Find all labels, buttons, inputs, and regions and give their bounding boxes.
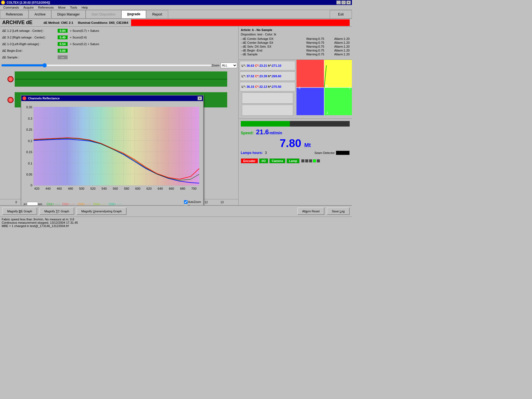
tab-report[interactable]: Report [146,10,168,18]
speed-display: Speed: 21.6 mt/min 7.80 Mt Lamps hours: … [239,119,352,157]
item-alarm-5: Allarm:1.20 [334,53,350,56]
right-panel: Article: k - No Sample Disposition: test… [238,27,352,205]
title-bar: COLTEX [2.30.02 [07/12/2004]] _ □ × [0,0,352,5]
tab-regrade[interactable]: Regrade [121,10,146,18]
svg-rect-49 [296,87,324,115]
article-item-1: - dE Center-Selvage DX Warning:0.75 Alla… [241,37,350,40]
item-alarm-3: Allarm:1.20 [334,45,350,48]
svg-text:0.35: 0.35 [26,105,32,109]
h-label-1: h*:271.10 [268,64,281,67]
tab-bar: References Archive Dispo Manager Start D… [0,10,352,19]
ch2-label: Ch2= ·,···· [62,202,75,205]
color-wheel-svg: 1 -1 -1 [296,60,352,115]
tab-archive[interactable]: Archive [29,10,51,18]
zoom-bar: Zoom ALL 1 2 5 [0,62,238,69]
zoom-label: Zoom [212,64,219,67]
item-label-5: - dE Sample [241,53,296,56]
save-log-button[interactable]: Save Log [327,207,350,215]
magnify-unevendyeing-graph-button[interactable]: Magnify Unevendyeing Graph [76,207,127,215]
menu-move[interactable]: Move [56,5,68,10]
tab-dispo-manager[interactable]: Dispo Manager [51,10,85,18]
svg-text:520: 520 [90,187,96,190]
menu-help[interactable]: Help [79,5,90,10]
ch4-label: Ch4= ·,···· [93,202,106,205]
status-log-line-3: MBE = 1 changed in test@_173146_13122004… [2,224,350,228]
tab-exit[interactable]: Exit [330,10,352,18]
c-label-2: C*:23.39 [255,74,267,78]
encoder-button[interactable]: Encoder [241,158,258,163]
alert-bar [131,19,350,26]
svg-text:460: 460 [57,187,62,190]
bottom-buttons: Magnify BE Graph Magnify TC Graph Magnif… [0,206,352,217]
lambda-input: λ= nm [24,202,42,205]
speed-bar-fill [241,121,290,127]
svg-text:500: 500 [79,187,85,190]
svg-text:0.05: 0.05 [26,173,32,176]
lambda-label: λ= [24,202,27,205]
menu-references[interactable]: References [36,5,56,10]
autozoom-label[interactable]: AutoZoom [184,200,201,204]
status-log-line-1: Fabric speed less than 3m/min, No measur… [2,218,350,221]
maximize-button[interactable]: □ [341,1,346,4]
minimize-button[interactable]: _ [336,1,341,4]
ch3-label: Ch3= ·,···· [78,202,91,205]
svg-text:560: 560 [113,187,118,190]
l-label-2: L*: 37.52 [242,74,254,78]
lambda-value-input[interactable] [27,202,38,205]
menu-tools[interactable]: Tools [68,5,80,10]
svg-rect-47 [296,60,324,87]
illuminat-label: Illuminat Conditions: [78,21,108,24]
channels-close-button[interactable]: × [198,96,202,100]
mt-display: 7.80 Mt [241,137,350,150]
empty-measurement-2 [242,105,293,116]
article-item-5: - dE Sample Warning:0.75 Allarm:1.20 [241,53,350,56]
strip-icon-2 [7,97,14,103]
main-content: ARCHIVE dE dE Method: CMC 2:1 Illuminat … [0,19,352,233]
magnify-tc-graph-button[interactable]: Magnify TC Graph [39,207,74,215]
de-desc-2: + Scuro(0.4) [70,36,87,39]
article-title: Article: k - No Sample [241,28,350,32]
status-buttons: Encoder I/O Camera Lamp [239,157,352,164]
menu-commands[interactable]: Commands [1,5,21,10]
raw-checkbox[interactable] [184,204,188,205]
menu-acquire[interactable]: Acquire [21,5,36,10]
zoom-slider[interactable] [1,64,212,67]
io-button[interactable]: I/O [259,158,268,163]
alarm-reset-button[interactable]: Allarm Reset [297,207,325,215]
measurement-row-3: L*: 36.15 C*:22.13 h*:270.50 [240,82,295,91]
seam-detector-box [336,151,350,155]
article-item-2: - dE Center-Selvage SX Warning:0.75 Alla… [241,41,350,44]
de-row-2: ΔE 3-2 [Right selvage - Center] : 0.40 +… [2,34,236,40]
item-warning-1: Warning:0.75 [306,37,324,40]
close-button[interactable]: × [346,1,351,4]
seam-detector-label: Seam Detector [314,151,335,155]
tab-references[interactable]: References [0,10,29,18]
svg-text:580: 580 [124,187,129,190]
svg-text:0: 0 [30,184,32,187]
camera-button[interactable]: Camera [269,158,285,163]
right-top: Article: k - No Sample Disposition: test… [239,27,352,60]
c-label-1: C*:23.21 [255,64,267,67]
svg-text:420: 420 [34,187,40,190]
de-row-3: ΔE 1-3 [Left-Rigth selvage] : 0.54 + Scu… [2,41,236,47]
item-alarm-4: Allarm:1.20 [334,49,350,52]
lamp-ind-4 [313,159,316,163]
method-info: dE Method: CMC 2:1 Illuminat Conditions:… [44,21,128,25]
autozoom-checkbox[interactable] [184,200,188,204]
lamp-button[interactable]: Lamp [287,158,300,163]
item-label-1: - dE Center-Selvage DX [241,37,296,40]
raw-label[interactable]: Raw [184,204,201,205]
c-label-3: C*:22.13 [255,85,267,88]
svg-text:0.15: 0.15 [26,150,32,154]
channels-content: 0.35 0.3 0.25 0.2 0.15 0.1 0.05 0 420 [21,101,203,205]
magnify-be-graph-button[interactable]: Magnify BE Graph [2,207,37,215]
zoom-select[interactable]: ALL 1 2 5 [221,63,237,68]
article-item-3: - dE Selv. DX-Selv. SX Warning:0.75 Alla… [241,45,350,48]
status-log: Fabric speed less than 3m/min, No measur… [0,217,352,233]
bottom-panel: Magnify BE Graph Magnify TC Graph Magnif… [0,205,352,233]
lamp-ind-1 [301,159,305,163]
svg-text:620: 620 [147,187,152,190]
fabric-row-1 [0,69,238,89]
de-label-1: ΔE 1-2 [Left selvage - Center] : [2,29,58,32]
item-label-4: - dE Begin -End [241,49,296,52]
